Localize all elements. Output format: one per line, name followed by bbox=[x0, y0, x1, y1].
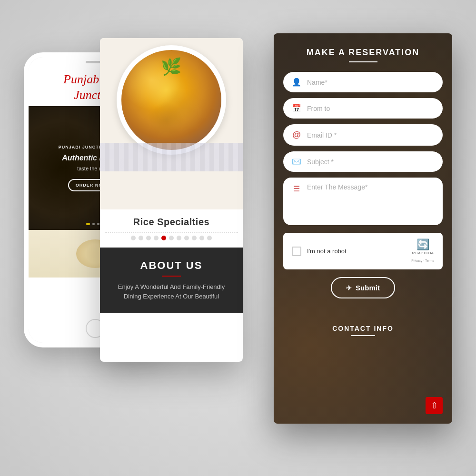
cdot-8[interactable] bbox=[192, 236, 197, 240]
email-field[interactable]: @ Email ID * bbox=[283, 124, 443, 146]
cdot-2[interactable] bbox=[146, 236, 151, 240]
dot-1 bbox=[92, 223, 95, 225]
person-icon: 👤 bbox=[292, 78, 301, 87]
list-icon: ☰ bbox=[292, 184, 301, 193]
herb-emoji: 🌿 bbox=[161, 57, 182, 77]
captcha-right: 🔄 reCAPTCHA Privacy · Terms bbox=[411, 238, 434, 264]
reservation-title: MAKE A RESERVATION bbox=[283, 48, 443, 58]
envelope-icon: ✉️ bbox=[292, 157, 301, 166]
about-section: ABOUT US Enjoy A Wonderful And Family-Fr… bbox=[100, 248, 243, 313]
about-underline bbox=[162, 276, 181, 277]
captcha-left: I'm not a robot bbox=[292, 247, 347, 256]
cdot-0[interactable] bbox=[131, 236, 136, 240]
about-text: Enjoy A Wonderful And Family-Friendly Di… bbox=[109, 282, 233, 301]
recaptcha-brand: reCAPTCHA bbox=[411, 251, 434, 255]
message-placeholder: Enter The Message* bbox=[307, 183, 434, 191]
reservation-panel: MAKE A RESERVATION 👤 Name* 📅 From to @ E… bbox=[274, 33, 452, 424]
cdot-4-active[interactable] bbox=[161, 236, 166, 240]
phone2-food-section: 🌿 bbox=[100, 38, 243, 209]
at-icon: @ bbox=[292, 130, 301, 140]
contact-underline bbox=[351, 335, 375, 336]
dot-2 bbox=[97, 223, 99, 225]
date-placeholder: From to bbox=[307, 105, 434, 112]
cdot-1[interactable] bbox=[139, 236, 143, 240]
carousel-dots bbox=[100, 233, 243, 248]
cdot-3[interactable] bbox=[154, 236, 159, 240]
rice-plate-inner: 🌿 bbox=[121, 50, 221, 150]
logo-punjabi-text: Punjabi bbox=[63, 72, 102, 86]
cdot-6[interactable] bbox=[177, 236, 181, 240]
calendar-icon: 📅 bbox=[292, 104, 301, 113]
chevron-up-icon: ⇧ bbox=[431, 400, 438, 411]
captcha-box[interactable]: I'm not a robot 🔄 reCAPTCHA Privacy · Te… bbox=[283, 233, 443, 269]
cdot-10[interactable] bbox=[207, 236, 212, 240]
rice-plate-outer: 🌿 bbox=[117, 45, 226, 155]
captcha-checkbox[interactable] bbox=[292, 247, 301, 256]
recaptcha-icon: 🔄 bbox=[411, 238, 434, 251]
name-field[interactable]: 👤 Name* bbox=[283, 72, 443, 92]
food-cloth bbox=[100, 143, 243, 171]
recaptcha-sub: Privacy · Terms bbox=[411, 259, 434, 262]
scene: Punjabi PJ Junction PUNJABI JUNCTIO bbox=[24, 33, 452, 443]
email-placeholder: Email ID * bbox=[307, 131, 434, 139]
captcha-label: I'm not a robot bbox=[307, 248, 347, 255]
rice-specialties-label: Rice Specialties bbox=[100, 209, 243, 232]
subject-field[interactable]: ✉️ Subject * bbox=[283, 151, 443, 172]
contact-info-title: CONTACT INFO bbox=[283, 325, 443, 332]
dot-active bbox=[86, 223, 90, 225]
submit-button[interactable]: ✈ Submit bbox=[331, 277, 395, 298]
about-title: ABOUT US bbox=[109, 259, 233, 272]
name-placeholder: Name* bbox=[307, 79, 434, 86]
cdot-5[interactable] bbox=[169, 236, 174, 240]
message-field[interactable]: ☰ Enter The Message* bbox=[283, 178, 443, 225]
cdot-7[interactable] bbox=[184, 236, 189, 240]
date-field[interactable]: 📅 From to bbox=[283, 98, 443, 119]
send-icon: ✈ bbox=[346, 284, 352, 292]
subject-placeholder: Subject * bbox=[307, 158, 434, 166]
panel3-content: MAKE A RESERVATION 👤 Name* 📅 From to @ E… bbox=[274, 33, 452, 346]
submit-label: Submit bbox=[356, 284, 380, 292]
cdot-9[interactable] bbox=[199, 236, 204, 240]
scroll-top-button[interactable]: ⇧ bbox=[426, 397, 443, 414]
reservation-underline bbox=[349, 61, 377, 62]
phone2: 🌿 Rice Specialties AB bbox=[100, 38, 243, 362]
